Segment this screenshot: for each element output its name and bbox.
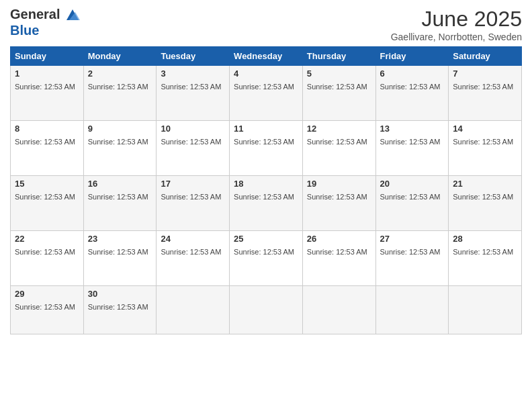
- col-thursday: Thursday: [302, 47, 375, 66]
- day-number: 29: [15, 289, 79, 299]
- sunrise-text: Sunrise: 12:53 AM: [234, 138, 294, 146]
- day-number: 15: [15, 179, 79, 189]
- table-row: 19Sunrise: 12:53 AM: [302, 176, 375, 231]
- month-year: June 2025: [391, 7, 522, 32]
- table-row: 27Sunrise: 12:53 AM: [375, 231, 449, 286]
- sunrise-text: Sunrise: 12:53 AM: [161, 138, 221, 146]
- sunrise-text: Sunrise: 12:53 AM: [88, 303, 148, 311]
- table-row: [449, 286, 522, 334]
- table-row: [157, 286, 230, 334]
- table-row: 18Sunrise: 12:53 AM: [230, 176, 303, 231]
- sunrise-text: Sunrise: 12:53 AM: [453, 83, 513, 91]
- day-number: 18: [234, 179, 298, 189]
- day-number: 2: [88, 68, 152, 79]
- col-monday: Monday: [83, 47, 157, 66]
- table-row: 23Sunrise: 12:53 AM: [83, 231, 157, 286]
- day-number: 26: [307, 234, 371, 244]
- day-number: 16: [88, 179, 152, 189]
- logo-icon: [65, 8, 80, 23]
- table-row: 16Sunrise: 12:53 AM: [83, 176, 157, 231]
- sunrise-text: Sunrise: 12:53 AM: [88, 248, 148, 256]
- day-number: 12: [307, 124, 371, 134]
- sunrise-text: Sunrise: 12:53 AM: [234, 83, 294, 91]
- day-number: 20: [380, 179, 445, 189]
- sunrise-text: Sunrise: 12:53 AM: [380, 138, 441, 146]
- table-row: 12Sunrise: 12:53 AM: [302, 121, 375, 176]
- day-number: 5: [307, 68, 371, 79]
- day-number: 21: [453, 179, 517, 189]
- day-number: 8: [15, 124, 79, 134]
- table-row: [375, 286, 449, 334]
- logo-blue: Blue: [10, 23, 80, 38]
- table-row: 21Sunrise: 12:53 AM: [449, 176, 522, 231]
- calendar-row: 8Sunrise: 12:53 AM9Sunrise: 12:53 AM10Su…: [11, 121, 522, 176]
- sunrise-text: Sunrise: 12:53 AM: [15, 138, 75, 146]
- day-number: 25: [234, 234, 298, 244]
- logo: General Blue: [10, 7, 80, 38]
- day-number: 19: [307, 179, 371, 189]
- sunrise-text: Sunrise: 12:53 AM: [453, 248, 513, 256]
- table-row: [302, 286, 375, 334]
- sunrise-text: Sunrise: 12:53 AM: [15, 303, 75, 311]
- sunrise-text: Sunrise: 12:53 AM: [15, 193, 75, 201]
- day-number: 23: [88, 234, 152, 244]
- day-number: 17: [161, 179, 225, 189]
- table-row: 30Sunrise: 12:53 AM: [83, 286, 157, 334]
- page: General Blue June 2025 Gaellivare, Norrb…: [0, 0, 532, 411]
- sunrise-text: Sunrise: 12:53 AM: [453, 193, 513, 201]
- calendar-row: 15Sunrise: 12:53 AM16Sunrise: 12:53 AM17…: [11, 176, 522, 231]
- table-row: 25Sunrise: 12:53 AM: [230, 231, 303, 286]
- sunrise-text: Sunrise: 12:53 AM: [161, 248, 221, 256]
- sunrise-text: Sunrise: 12:53 AM: [307, 248, 367, 256]
- day-number: 11: [234, 124, 298, 134]
- sunrise-text: Sunrise: 12:53 AM: [380, 83, 441, 91]
- header: General Blue June 2025 Gaellivare, Norrb…: [10, 7, 522, 42]
- sunrise-text: Sunrise: 12:53 AM: [234, 248, 294, 256]
- sunrise-text: Sunrise: 12:53 AM: [161, 193, 221, 201]
- table-row: 9Sunrise: 12:53 AM: [83, 121, 157, 176]
- table-row: 5Sunrise: 12:53 AM: [302, 66, 375, 121]
- calendar-row: 29Sunrise: 12:53 AM30Sunrise: 12:53 AM: [11, 286, 522, 334]
- table-row: [230, 286, 303, 334]
- table-row: 15Sunrise: 12:53 AM: [11, 176, 84, 231]
- sunrise-text: Sunrise: 12:53 AM: [15, 248, 75, 256]
- table-row: 28Sunrise: 12:53 AM: [449, 231, 522, 286]
- calendar-table: Sunday Monday Tuesday Wednesday Thursday…: [10, 46, 522, 334]
- table-row: 6Sunrise: 12:53 AM: [375, 66, 449, 121]
- day-number: 9: [88, 124, 152, 134]
- day-number: 28: [453, 234, 517, 244]
- col-wednesday: Wednesday: [230, 47, 303, 66]
- day-number: 27: [380, 234, 445, 244]
- day-number: 1: [15, 68, 79, 79]
- table-row: 3Sunrise: 12:53 AM: [157, 66, 230, 121]
- sunrise-text: Sunrise: 12:53 AM: [234, 193, 294, 201]
- table-row: 2Sunrise: 12:53 AM: [83, 66, 157, 121]
- location: Gaellivare, Norrbotten, Sweden: [391, 32, 522, 42]
- table-row: 1Sunrise: 12:53 AM: [11, 66, 84, 121]
- day-number: 4: [234, 68, 298, 79]
- sunrise-text: Sunrise: 12:53 AM: [88, 193, 148, 201]
- day-number: 24: [161, 234, 225, 244]
- table-row: 24Sunrise: 12:53 AM: [157, 231, 230, 286]
- table-row: 11Sunrise: 12:53 AM: [230, 121, 303, 176]
- sunrise-text: Sunrise: 12:53 AM: [307, 83, 367, 91]
- title-block: June 2025 Gaellivare, Norrbotten, Sweden: [391, 7, 522, 42]
- day-number: 10: [161, 124, 225, 134]
- col-tuesday: Tuesday: [157, 47, 230, 66]
- sunrise-text: Sunrise: 12:53 AM: [88, 138, 148, 146]
- sunrise-text: Sunrise: 12:53 AM: [88, 83, 148, 91]
- sunrise-text: Sunrise: 12:53 AM: [380, 193, 441, 201]
- table-row: 22Sunrise: 12:53 AM: [11, 231, 84, 286]
- sunrise-text: Sunrise: 12:53 AM: [453, 138, 513, 146]
- day-number: 30: [88, 289, 152, 299]
- col-saturday: Saturday: [449, 47, 522, 66]
- sunrise-text: Sunrise: 12:53 AM: [307, 138, 367, 146]
- table-row: 4Sunrise: 12:53 AM: [230, 66, 303, 121]
- day-number: 14: [453, 124, 517, 134]
- table-row: 8Sunrise: 12:53 AM: [11, 121, 84, 176]
- day-number: 7: [453, 68, 517, 79]
- calendar-header-row: Sunday Monday Tuesday Wednesday Thursday…: [11, 47, 522, 66]
- sunrise-text: Sunrise: 12:53 AM: [15, 83, 75, 91]
- col-sunday: Sunday: [11, 47, 84, 66]
- col-friday: Friday: [375, 47, 449, 66]
